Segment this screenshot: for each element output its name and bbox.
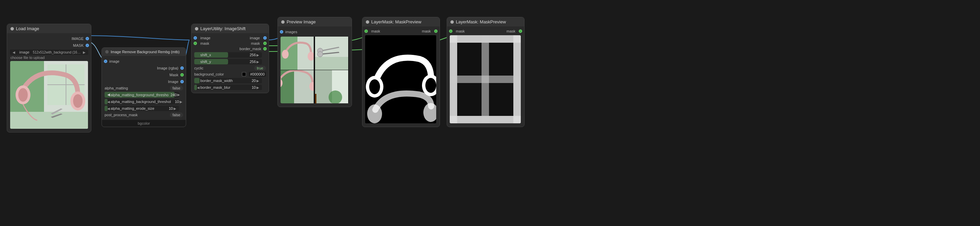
port-rgba-out: Image (rgba) <box>102 65 186 72</box>
port-image-out3[interactable] <box>263 36 267 40</box>
layer-utility-status-dot <box>195 27 198 30</box>
port-image-in-connector[interactable] <box>104 59 107 63</box>
mask-preview2-port-in-label: mask <box>454 29 467 33</box>
file-next-btn[interactable]: ▶ <box>82 50 86 54</box>
mask-preview2-body: mask mask <box>447 26 524 127</box>
mask-preview1-port-out[interactable] <box>434 29 438 33</box>
mask-preview2-image <box>450 35 521 123</box>
bg-color-value[interactable]: #000000 <box>249 72 266 77</box>
cyclic-label: cyclic <box>194 66 253 70</box>
shift-y-row: ◀ shift_y 256 ▶ <box>191 58 269 65</box>
border-width-slider[interactable]: ◀ border_mask_width 20 ▶ <box>194 78 262 83</box>
shift-x-label: shift_x <box>200 53 248 57</box>
file-selector-row[interactable]: ◀ image 512x512with_background (16).png … <box>10 50 88 55</box>
port-images-label: images <box>283 30 299 34</box>
port-border-mask-label: border_mask <box>237 47 263 51</box>
border-blur-label: border_mask_blur <box>200 85 248 90</box>
port-mask-connector[interactable] <box>86 44 89 47</box>
port-image-connector[interactable] <box>86 37 89 40</box>
port-rgba-connector[interactable] <box>180 66 184 70</box>
port-mask-out: MASK <box>7 42 91 49</box>
port-images-in: images <box>278 29 352 35</box>
port-mask-out3-label: mask <box>249 41 262 45</box>
mask-preview2-port-out-label: mask <box>504 29 517 33</box>
cyclic-row: cyclic true <box>191 65 269 71</box>
choose-file-label[interactable]: choose file to upload <box>11 56 88 59</box>
remove-bg-node: Image Remove Background Rembg (mtb) imag… <box>102 47 186 127</box>
svg-rect-25 <box>315 94 317 103</box>
port-mask-out3[interactable] <box>263 42 267 45</box>
border-width-right[interactable]: ▶ <box>256 79 260 83</box>
erode-arrow-right[interactable]: ▶ <box>173 107 177 111</box>
border-width-row: ◀ border_mask_width 20 ▶ <box>191 77 269 84</box>
port-images-connector[interactable] <box>280 30 283 34</box>
port-image2-connector[interactable] <box>180 80 184 83</box>
mask-preview2-port-out[interactable] <box>519 29 522 33</box>
mask-preview2-node: LayerMask: MaskPreview mask mask <box>447 17 525 127</box>
port-rgba-label: Image (rgba) <box>155 66 180 70</box>
bg-color-row: background_color #000000 <box>191 71 269 77</box>
shift-y-label: shift_y <box>200 59 248 64</box>
remove-bg-header: Image Remove Background Rembg (mtb) <box>102 48 186 56</box>
port-image-in-label: image <box>107 59 121 63</box>
port-image-in2[interactable] <box>194 36 197 40</box>
svg-rect-5 <box>10 112 88 129</box>
preview-image-body: images <box>278 26 352 107</box>
preview-cell-tl <box>280 37 314 70</box>
fg-threshold-value: 240 <box>169 93 177 97</box>
preview-image-grid <box>280 37 349 103</box>
layer-utility-node: LayerUtility: ImageShift image image mas… <box>191 24 269 93</box>
layer-utility-header: LayerUtility: ImageShift <box>191 24 269 33</box>
remove-bg-body: image Image (rgba) Mask Image alpha_matt… <box>102 56 186 120</box>
shift-x-right[interactable]: ▶ <box>256 53 260 57</box>
mask-preview1-port-out-label: mask <box>420 29 433 33</box>
svg-point-17 <box>317 51 323 57</box>
port-mask-out2: Mask <box>102 72 186 78</box>
fg-threshold-arrow-right[interactable]: ▶ <box>177 93 181 96</box>
shift-x-row: ◀ shift_x 256 ▶ <box>191 51 269 58</box>
cyclic-value[interactable]: true <box>254 66 266 71</box>
port-mask2-connector[interactable] <box>180 73 184 77</box>
border-blur-row: ◀ border_mask_blur 10 ▶ <box>191 84 269 91</box>
port-border-mask[interactable] <box>263 47 267 50</box>
file-prev-btn[interactable]: ◀ <box>12 50 16 54</box>
svg-point-9 <box>73 94 83 108</box>
port-image-out2: Image <box>102 78 186 85</box>
port-mask-out2-label: Mask <box>167 73 180 77</box>
mask-preview1-svg <box>365 35 436 123</box>
port-mask-in2-label: mask <box>198 41 211 45</box>
preview-bl-svg <box>280 70 314 103</box>
shift-y-slider[interactable]: ◀ shift_y 256 ▶ <box>194 59 262 64</box>
shift-x-slider[interactable]: ◀ shift_x 256 ▶ <box>194 52 262 58</box>
shift-y-right[interactable]: ▶ <box>256 60 260 64</box>
mask-preview1-port-in[interactable] <box>364 29 368 33</box>
svg-point-30 <box>425 78 436 93</box>
file-row-label: image <box>17 50 32 54</box>
mask-preview1-image <box>365 35 436 123</box>
load-image-node: Load Image IMAGE MASK ◀ image 512x512wit… <box>7 24 91 133</box>
port-mask-in2[interactable] <box>194 42 197 45</box>
border-blur-slider[interactable]: ◀ border_mask_blur 10 ▶ <box>194 85 262 90</box>
post-process-value[interactable]: false <box>170 112 183 117</box>
bg-threshold-arrow-right[interactable]: ▶ <box>179 100 183 104</box>
fg-threshold-arrow-left[interactable]: ◀ <box>107 93 111 97</box>
border-blur-right[interactable]: ▶ <box>256 86 260 90</box>
mask-preview2-header: LayerMask: MaskPreview <box>447 17 524 26</box>
load-image-title: Load Image <box>16 26 39 31</box>
fg-threshold-slider[interactable]: ◀ alpha_matting_foreground_thresho 240 ▶ <box>105 92 179 98</box>
port-image-label: IMAGE <box>70 37 86 41</box>
alpha-matting-row: alpha_matting false <box>102 85 186 91</box>
alpha-matting-value[interactable]: false <box>170 86 183 90</box>
mask-preview2-port-in[interactable] <box>449 29 452 33</box>
erode-slider[interactable]: ◀ alpha_matting_erode_size 10 ▶ <box>105 106 179 111</box>
load-image-header: Load Image <box>7 24 91 33</box>
remove-bg-title: Image Remove Background Rembg (mtb) <box>111 50 180 54</box>
post-process-label: post_process_mask <box>105 113 169 117</box>
alpha-matting-label: alpha_matting <box>105 86 169 90</box>
bg-threshold-label: alpha_matting_background_threshol <box>111 99 171 104</box>
bg-threshold-slider[interactable]: ◀ alpha_matting_background_threshol 10 ▶ <box>105 99 179 104</box>
shift-y-value: 256 <box>248 59 256 64</box>
preview-tr-svg <box>315 37 348 70</box>
port-image-out2-label: Image <box>166 80 180 84</box>
svg-rect-39 <box>482 35 489 123</box>
